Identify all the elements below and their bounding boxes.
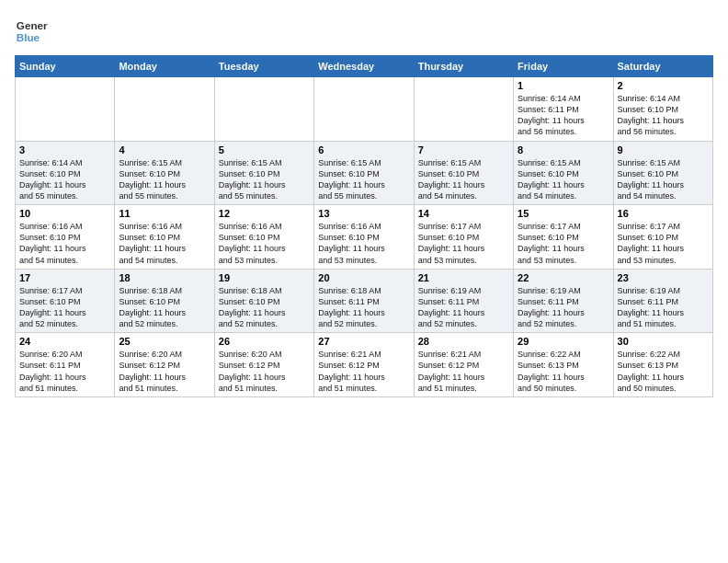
calendar-cell: 3Sunrise: 6:14 AM Sunset: 6:10 PM Daylig… xyxy=(16,141,115,205)
calendar-cell: 5Sunrise: 6:15 AM Sunset: 6:10 PM Daylig… xyxy=(214,141,313,205)
day-number: 18 xyxy=(119,272,210,283)
day-number: 2 xyxy=(618,80,709,91)
day-info: Sunrise: 6:18 AM Sunset: 6:10 PM Dayligh… xyxy=(219,285,310,330)
calendar-week-row: 10Sunrise: 6:16 AM Sunset: 6:10 PM Dayli… xyxy=(16,205,713,270)
day-number: 11 xyxy=(119,208,210,219)
day-info: Sunrise: 6:22 AM Sunset: 6:13 PM Dayligh… xyxy=(618,349,709,394)
weekday-header-cell: Sunday xyxy=(16,56,115,77)
svg-text:Blue: Blue xyxy=(17,31,40,43)
day-number: 28 xyxy=(418,336,509,347)
calendar-cell: 2Sunrise: 6:14 AM Sunset: 6:10 PM Daylig… xyxy=(613,77,712,142)
calendar-cell: 18Sunrise: 6:18 AM Sunset: 6:10 PM Dayli… xyxy=(115,269,214,333)
day-info: Sunrise: 6:14 AM Sunset: 6:10 PM Dayligh… xyxy=(618,93,709,138)
day-number: 9 xyxy=(618,144,709,155)
calendar-cell: 21Sunrise: 6:19 AM Sunset: 6:11 PM Dayli… xyxy=(414,269,513,333)
header: General Blue xyxy=(15,15,713,48)
day-info: Sunrise: 6:17 AM Sunset: 6:10 PM Dayligh… xyxy=(19,285,110,330)
calendar-body: 1Sunrise: 6:14 AM Sunset: 6:11 PM Daylig… xyxy=(16,77,713,397)
calendar-cell xyxy=(115,77,214,142)
calendar-cell: 16Sunrise: 6:17 AM Sunset: 6:10 PM Dayli… xyxy=(613,205,712,270)
day-info: Sunrise: 6:19 AM Sunset: 6:11 PM Dayligh… xyxy=(518,285,609,330)
day-info: Sunrise: 6:17 AM Sunset: 6:10 PM Dayligh… xyxy=(618,221,709,266)
calendar-cell: 7Sunrise: 6:15 AM Sunset: 6:10 PM Daylig… xyxy=(414,141,513,205)
weekday-header-row: SundayMondayTuesdayWednesdayThursdayFrid… xyxy=(16,56,713,77)
calendar-cell: 8Sunrise: 6:15 AM Sunset: 6:10 PM Daylig… xyxy=(514,141,613,205)
day-number: 12 xyxy=(219,208,310,219)
day-info: Sunrise: 6:15 AM Sunset: 6:10 PM Dayligh… xyxy=(618,157,709,202)
day-number: 30 xyxy=(618,336,709,347)
day-number: 13 xyxy=(318,208,409,219)
day-info: Sunrise: 6:20 AM Sunset: 6:12 PM Dayligh… xyxy=(119,349,210,394)
day-info: Sunrise: 6:21 AM Sunset: 6:12 PM Dayligh… xyxy=(318,349,409,394)
calendar-cell: 26Sunrise: 6:20 AM Sunset: 6:12 PM Dayli… xyxy=(214,333,313,397)
day-info: Sunrise: 6:18 AM Sunset: 6:11 PM Dayligh… xyxy=(318,285,409,330)
day-info: Sunrise: 6:20 AM Sunset: 6:12 PM Dayligh… xyxy=(219,349,310,394)
calendar-week-row: 3Sunrise: 6:14 AM Sunset: 6:10 PM Daylig… xyxy=(16,141,713,205)
day-number: 27 xyxy=(318,336,409,347)
weekday-header-cell: Thursday xyxy=(414,56,513,77)
calendar-cell: 30Sunrise: 6:22 AM Sunset: 6:13 PM Dayli… xyxy=(613,333,712,397)
calendar-cell: 13Sunrise: 6:16 AM Sunset: 6:10 PM Dayli… xyxy=(314,205,414,270)
weekday-header-cell: Tuesday xyxy=(214,56,313,77)
calendar-cell: 25Sunrise: 6:20 AM Sunset: 6:12 PM Dayli… xyxy=(115,333,214,397)
calendar: SundayMondayTuesdayWednesdayThursdayFrid… xyxy=(15,55,713,397)
day-info: Sunrise: 6:20 AM Sunset: 6:11 PM Dayligh… xyxy=(19,349,110,394)
day-info: Sunrise: 6:21 AM Sunset: 6:12 PM Dayligh… xyxy=(418,349,509,394)
svg-text:General: General xyxy=(17,19,48,31)
day-info: Sunrise: 6:15 AM Sunset: 6:10 PM Dayligh… xyxy=(219,157,310,202)
calendar-cell: 11Sunrise: 6:16 AM Sunset: 6:10 PM Dayli… xyxy=(115,205,214,270)
day-number: 8 xyxy=(518,144,609,155)
weekday-header-cell: Saturday xyxy=(613,56,712,77)
logo: General Blue xyxy=(15,15,51,48)
day-info: Sunrise: 6:16 AM Sunset: 6:10 PM Dayligh… xyxy=(318,221,409,266)
day-info: Sunrise: 6:19 AM Sunset: 6:11 PM Dayligh… xyxy=(418,285,509,330)
day-number: 25 xyxy=(119,336,210,347)
calendar-cell xyxy=(314,77,414,142)
day-number: 19 xyxy=(219,272,310,283)
calendar-cell: 17Sunrise: 6:17 AM Sunset: 6:10 PM Dayli… xyxy=(16,269,115,333)
calendar-cell: 27Sunrise: 6:21 AM Sunset: 6:12 PM Dayli… xyxy=(314,333,414,397)
calendar-cell: 4Sunrise: 6:15 AM Sunset: 6:10 PM Daylig… xyxy=(115,141,214,205)
weekday-header-cell: Wednesday xyxy=(314,56,414,77)
day-number: 1 xyxy=(518,80,609,91)
day-info: Sunrise: 6:18 AM Sunset: 6:10 PM Dayligh… xyxy=(119,285,210,330)
day-number: 5 xyxy=(219,144,310,155)
calendar-cell: 1Sunrise: 6:14 AM Sunset: 6:11 PM Daylig… xyxy=(514,77,613,142)
day-info: Sunrise: 6:15 AM Sunset: 6:10 PM Dayligh… xyxy=(119,157,210,202)
calendar-cell: 6Sunrise: 6:15 AM Sunset: 6:10 PM Daylig… xyxy=(314,141,414,205)
calendar-cell: 15Sunrise: 6:17 AM Sunset: 6:10 PM Dayli… xyxy=(514,205,613,270)
day-number: 15 xyxy=(518,208,609,219)
day-number: 10 xyxy=(19,208,110,219)
calendar-cell: 14Sunrise: 6:17 AM Sunset: 6:10 PM Dayli… xyxy=(414,205,513,270)
calendar-cell xyxy=(214,77,313,142)
day-info: Sunrise: 6:14 AM Sunset: 6:11 PM Dayligh… xyxy=(518,93,609,138)
calendar-cell: 12Sunrise: 6:16 AM Sunset: 6:10 PM Dayli… xyxy=(214,205,313,270)
weekday-header-cell: Monday xyxy=(115,56,214,77)
calendar-cell: 19Sunrise: 6:18 AM Sunset: 6:10 PM Dayli… xyxy=(214,269,313,333)
day-number: 3 xyxy=(19,144,110,155)
calendar-week-row: 17Sunrise: 6:17 AM Sunset: 6:10 PM Dayli… xyxy=(16,269,713,333)
day-info: Sunrise: 6:16 AM Sunset: 6:10 PM Dayligh… xyxy=(219,221,310,266)
day-number: 22 xyxy=(518,272,609,283)
day-info: Sunrise: 6:14 AM Sunset: 6:10 PM Dayligh… xyxy=(19,157,110,202)
calendar-cell: 9Sunrise: 6:15 AM Sunset: 6:10 PM Daylig… xyxy=(613,141,712,205)
day-number: 29 xyxy=(518,336,609,347)
day-info: Sunrise: 6:15 AM Sunset: 6:10 PM Dayligh… xyxy=(518,157,609,202)
calendar-cell: 20Sunrise: 6:18 AM Sunset: 6:11 PM Dayli… xyxy=(314,269,414,333)
day-info: Sunrise: 6:15 AM Sunset: 6:10 PM Dayligh… xyxy=(318,157,409,202)
weekday-header-cell: Friday xyxy=(514,56,613,77)
calendar-week-row: 1Sunrise: 6:14 AM Sunset: 6:11 PM Daylig… xyxy=(16,77,713,142)
calendar-cell xyxy=(414,77,513,142)
day-number: 16 xyxy=(618,208,709,219)
day-number: 17 xyxy=(19,272,110,283)
day-number: 7 xyxy=(418,144,509,155)
day-info: Sunrise: 6:16 AM Sunset: 6:10 PM Dayligh… xyxy=(119,221,210,266)
day-info: Sunrise: 6:16 AM Sunset: 6:10 PM Dayligh… xyxy=(19,221,110,266)
day-info: Sunrise: 6:22 AM Sunset: 6:13 PM Dayligh… xyxy=(518,349,609,394)
calendar-week-row: 24Sunrise: 6:20 AM Sunset: 6:11 PM Dayli… xyxy=(16,333,713,397)
day-number: 4 xyxy=(119,144,210,155)
calendar-cell: 22Sunrise: 6:19 AM Sunset: 6:11 PM Dayli… xyxy=(514,269,613,333)
day-info: Sunrise: 6:15 AM Sunset: 6:10 PM Dayligh… xyxy=(418,157,509,202)
day-number: 6 xyxy=(318,144,409,155)
day-info: Sunrise: 6:17 AM Sunset: 6:10 PM Dayligh… xyxy=(418,221,509,266)
